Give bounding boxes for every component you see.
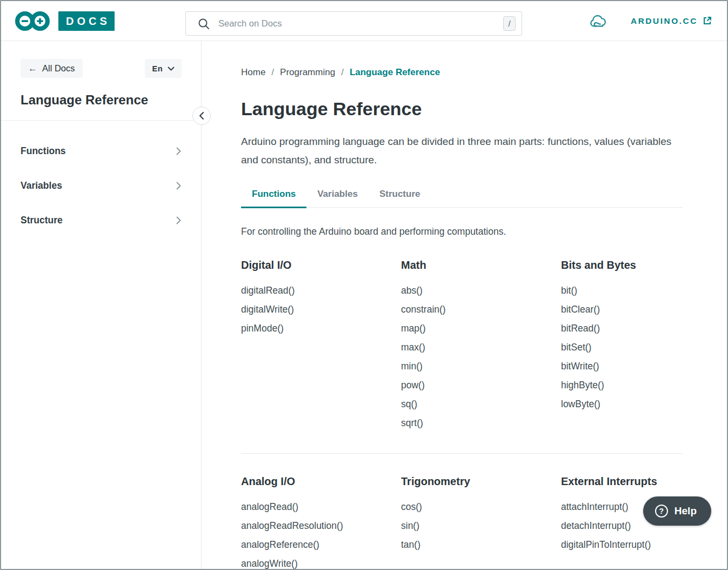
function-link[interactable]: sq()	[401, 399, 417, 409]
sidebar-top-row: ← All Docs En	[21, 59, 182, 78]
all-docs-back-button[interactable]: ← All Docs	[21, 59, 83, 78]
function-link[interactable]: detachInterrupt()	[561, 520, 631, 531]
top-header: DOCS / ARDUINO.CC	[1, 1, 727, 41]
chevron-down-icon	[168, 67, 175, 71]
list-item: abs()	[401, 286, 561, 296]
browser-window: DOCS / ARDUINO.CC	[0, 0, 728, 570]
sidebar-item-functions[interactable]: Functions	[21, 145, 182, 157]
arduino-infinity-logo-icon	[13, 9, 52, 33]
category-heading: Trigonometry	[401, 475, 561, 488]
function-link[interactable]: map()	[401, 323, 426, 334]
tab-structure[interactable]: Structure	[369, 189, 431, 207]
function-link[interactable]: highByte()	[561, 380, 604, 390]
search-input[interactable]	[218, 18, 503, 29]
list-item: cos()	[401, 502, 561, 512]
help-button[interactable]: ? Help	[643, 496, 711, 526]
tab-bar: FunctionsVariablesStructure	[241, 189, 683, 208]
breadcrumb-separator: /	[271, 67, 274, 78]
list-item: sqrt()	[401, 418, 561, 428]
page-description: Arduino programming language can be divi…	[241, 132, 683, 169]
function-link[interactable]: digitalWrite()	[241, 304, 294, 315]
function-category-sections: Digital I/OdigitalRead()digitalWrite()pi…	[241, 259, 683, 569]
list-item: analogReadResolution()	[241, 521, 401, 531]
breadcrumb-link-home[interactable]: Home	[241, 67, 265, 78]
function-link[interactable]: analogReadResolution()	[241, 520, 343, 531]
help-label: Help	[674, 505, 697, 517]
list-item: map()	[401, 323, 561, 334]
function-link[interactable]: analogWrite()	[241, 558, 298, 569]
sidebar-collapse-button[interactable]	[192, 107, 211, 125]
function-link[interactable]: bitClear()	[561, 304, 600, 315]
function-list: cos()sin()tan()	[401, 502, 561, 550]
list-item: analogWrite()	[241, 559, 401, 569]
main-content: Home/Programming/Language Reference Lang…	[202, 41, 727, 569]
search-icon	[198, 18, 210, 30]
category-heading: Analog I/O	[241, 475, 401, 488]
breadcrumb-current: Language Reference	[350, 67, 440, 78]
list-item: bitSet()	[561, 342, 683, 353]
function-link[interactable]: bitRead()	[561, 323, 600, 334]
language-selector[interactable]: En	[145, 59, 182, 78]
chevron-right-icon	[176, 216, 182, 225]
sidebar-divider	[0, 120, 201, 121]
search-bar[interactable]: /	[185, 11, 522, 36]
function-link[interactable]: pinMode()	[241, 323, 284, 334]
external-link-icon	[703, 16, 712, 25]
function-category-column: Digital I/OdigitalRead()digitalWrite()pi…	[241, 259, 401, 437]
function-link[interactable]: sin()	[401, 520, 419, 531]
header-right-group: ARDUINO.CC	[587, 13, 717, 29]
function-category-column: Analog I/OanalogRead()analogReadResoluti…	[241, 475, 401, 569]
list-item: highByte()	[561, 380, 683, 390]
search-shortcut-key: /	[503, 16, 516, 31]
sidebar-nav: FunctionsVariablesStructure	[21, 145, 182, 226]
list-item: constrain()	[401, 304, 561, 315]
function-link[interactable]: bitSet()	[561, 342, 591, 353]
function-link[interactable]: max()	[401, 342, 425, 353]
category-heading: Digital I/O	[241, 259, 401, 271]
question-mark-icon: ?	[655, 505, 668, 518]
tab-functions[interactable]: Functions	[241, 189, 306, 207]
sidebar-item-variables[interactable]: Variables	[21, 180, 182, 191]
function-link[interactable]: digitalRead()	[241, 285, 295, 296]
function-category-column: Trigonometrycos()sin()tan()	[401, 475, 561, 569]
function-list: analogRead()analogReadResolution()analog…	[241, 502, 401, 569]
section-divider	[241, 453, 683, 454]
tab-variables[interactable]: Variables	[306, 189, 369, 207]
sidebar-item-structure[interactable]: Structure	[21, 215, 182, 226]
function-section: Analog I/OanalogRead()analogReadResoluti…	[241, 475, 683, 569]
function-link[interactable]: cos()	[401, 501, 422, 512]
sidebar-title: Language Reference	[21, 92, 182, 108]
breadcrumb-separator: /	[341, 67, 344, 78]
list-item: digitalWrite()	[241, 304, 401, 315]
function-link[interactable]: bit()	[561, 285, 577, 296]
function-list: bit()bitClear()bitRead()bitSet()bitWrite…	[561, 286, 683, 409]
breadcrumb-link-programming[interactable]: Programming	[280, 67, 335, 78]
arduino-docs-logo[interactable]: DOCS	[13, 9, 115, 33]
list-item: bitWrite()	[561, 361, 683, 372]
function-link[interactable]: bitWrite()	[561, 361, 599, 372]
function-link[interactable]: pow()	[401, 380, 425, 390]
function-list: digitalRead()digitalWrite()pinMode()	[241, 286, 401, 334]
function-link[interactable]: analogReference()	[241, 539, 319, 550]
chevron-right-icon	[176, 147, 182, 156]
arduino-cc-link[interactable]: ARDUINO.CC	[631, 16, 712, 26]
function-link[interactable]: digitalPinToInterrupt()	[561, 539, 651, 550]
function-link[interactable]: constrain()	[401, 304, 446, 315]
function-link[interactable]: abs()	[401, 285, 423, 296]
list-item: sin()	[401, 521, 561, 531]
category-heading: Bits and Bytes	[561, 259, 683, 271]
function-link[interactable]: analogRead()	[241, 501, 298, 512]
list-item: max()	[401, 342, 561, 353]
sidebar-item-label: Structure	[21, 215, 63, 226]
function-link[interactable]: min()	[401, 361, 423, 372]
list-item: bitClear()	[561, 304, 683, 315]
function-link[interactable]: attachInterrupt()	[561, 501, 629, 512]
list-item: pinMode()	[241, 323, 401, 334]
function-link[interactable]: lowByte()	[561, 399, 600, 409]
arduino-cc-label: ARDUINO.CC	[631, 16, 698, 26]
list-item: tan()	[401, 540, 561, 550]
cloud-icon[interactable]	[587, 13, 609, 29]
list-item: sq()	[401, 399, 561, 409]
function-link[interactable]: tan()	[401, 539, 420, 550]
function-link[interactable]: sqrt()	[401, 417, 423, 428]
